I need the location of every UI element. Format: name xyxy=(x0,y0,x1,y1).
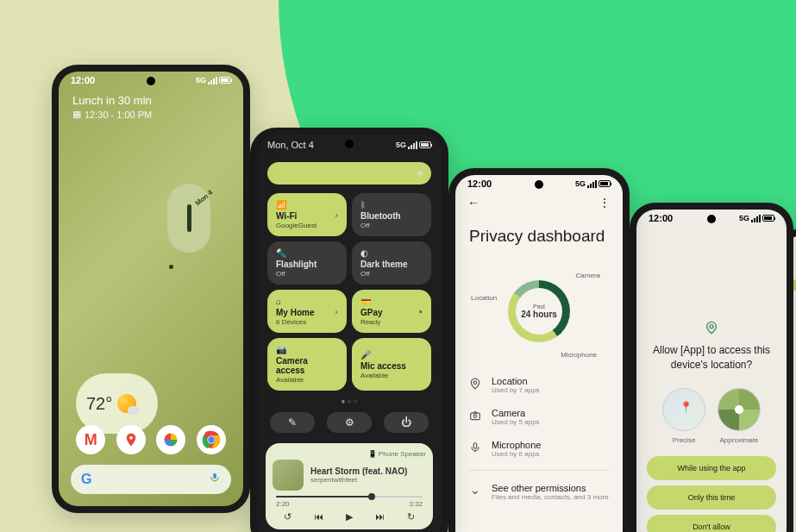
page-title: Privacy dashboard xyxy=(455,215,623,261)
dont-allow-button[interactable]: Don't allow xyxy=(647,515,776,532)
media-player-card[interactable]: 📱 Phone Speaker Heart Storm (feat. NAO) … xyxy=(266,443,433,529)
phone-home-screen: 12:00 5G Lunch in 30 min ▦12:30 - 1:00 P… xyxy=(52,65,250,513)
edit-button[interactable]: ✎ xyxy=(270,412,315,433)
svg-point-0 xyxy=(710,325,713,329)
back-icon[interactable]: ← xyxy=(467,196,479,210)
mic-icon: 🎤 xyxy=(360,350,423,360)
clock: 12:00 xyxy=(71,75,95,85)
tile-darktheme[interactable]: ◐ Dark themeOff xyxy=(352,241,431,285)
phone-permission-dialog: 12:00 5G Allow [App] to access this devi… xyxy=(630,203,793,532)
microphone-icon xyxy=(469,441,481,456)
media-progress[interactable] xyxy=(276,496,423,498)
wifi-icon: 📶 xyxy=(276,200,338,210)
clock-date-widget[interactable]: Mon 4 xyxy=(167,184,210,253)
play-icon[interactable]: ▶ xyxy=(346,511,353,523)
tile-bluetooth[interactable]: ᛒ BluetoothOff xyxy=(352,193,431,236)
gmail-icon[interactable]: M xyxy=(76,425,105,454)
svg-rect-4 xyxy=(473,443,477,448)
card-icon: ▪ xyxy=(419,306,423,316)
calendar-icon: ▦ xyxy=(72,109,81,120)
tile-wifi[interactable]: 📶 Wi-FiGoogleGuest › xyxy=(267,193,347,236)
media-position: 2:20 xyxy=(276,500,290,508)
google-logo: G xyxy=(81,472,91,487)
power-button[interactable]: ⏻ xyxy=(384,412,429,433)
media-duration: 3:32 xyxy=(409,500,423,508)
clock: 12:00 xyxy=(649,213,673,223)
status-icons: 5G xyxy=(396,140,431,150)
status-icons: 5G xyxy=(739,214,774,222)
dialog-title: Allow [App] to access this device's loca… xyxy=(636,338,787,383)
svg-point-3 xyxy=(473,415,477,418)
power-icon: ⏻ xyxy=(401,416,411,429)
svg-rect-9 xyxy=(213,473,216,479)
maps-icon[interactable] xyxy=(116,425,146,454)
photos-icon[interactable] xyxy=(156,425,185,454)
chevron-right-icon: › xyxy=(335,306,338,316)
perm-location[interactable]: LocationUsed by 7 apps xyxy=(469,369,609,401)
expand-icon: ⌄ xyxy=(469,483,481,497)
flashlight-icon: 🔦 xyxy=(276,248,338,258)
song-artist: serpentwithfeet xyxy=(310,476,407,484)
mic-icon[interactable] xyxy=(209,472,221,487)
clock: 12:00 xyxy=(467,178,492,189)
gear-icon: ⚙ xyxy=(345,416,354,429)
forward-icon[interactable]: ↻ xyxy=(407,511,415,523)
more-icon[interactable]: ⋮ xyxy=(599,196,611,210)
tile-mic-access[interactable]: 🎤 Mic accessAvailable xyxy=(352,338,431,391)
calendar-widget[interactable]: Lunch in 30 min ▦12:30 - 1:00 PM xyxy=(59,87,243,127)
replay-icon[interactable]: ↺ xyxy=(284,511,291,523)
settings-button[interactable]: ⚙ xyxy=(327,412,372,433)
tile-camera-access[interactable]: 📷 Camera accessAvailable xyxy=(267,338,347,391)
tile-home[interactable]: ⌂ My Home6 Devices › xyxy=(267,290,347,333)
svg-rect-2 xyxy=(471,413,480,420)
location-pin-icon xyxy=(636,321,787,338)
album-art xyxy=(273,460,304,491)
svg-point-8 xyxy=(208,436,214,442)
see-other-permissions[interactable]: ⌄ See other permissionsFiles and media, … xyxy=(469,476,609,508)
chevron-right-icon: › xyxy=(335,210,338,220)
status-icons: 5G xyxy=(196,76,231,84)
qs-date: Mon, Oct 4 xyxy=(267,140,314,150)
song-title: Heart Storm (feat. NAO) xyxy=(310,466,407,476)
search-bar[interactable]: G xyxy=(71,465,231,494)
home-icon: ⌂ xyxy=(276,297,338,306)
status-icons: 5G xyxy=(575,179,611,188)
prev-icon[interactable]: ⏮ xyxy=(314,511,323,523)
location-icon xyxy=(469,378,481,392)
brightness-slider[interactable] xyxy=(267,162,431,185)
usage-donut: Past24 hours Camera Location Microphone xyxy=(455,261,623,360)
media-output[interactable]: 📱 Phone Speaker xyxy=(368,450,426,458)
next-icon[interactable]: ⏭ xyxy=(375,511,385,523)
weather-icon xyxy=(117,394,136,413)
svg-point-5 xyxy=(129,436,133,440)
event-time: 12:30 - 1:00 PM xyxy=(85,110,152,120)
option-precise[interactable]: Precise xyxy=(662,388,705,444)
tile-gpay[interactable]: 💳 GPayReady ▪ xyxy=(352,290,431,333)
pencil-icon: ✎ xyxy=(288,416,297,429)
camera-icon: 📷 xyxy=(276,345,338,354)
dark-theme-icon: ◐ xyxy=(360,248,423,258)
gpay-icon: 💳 xyxy=(360,297,423,306)
phone-quick-settings: Mon, Oct 4 5G 📶 Wi-FiGoogleGuest › ᛒ Blu… xyxy=(250,128,448,532)
perm-camera[interactable]: CameraUsed by 5 apps xyxy=(469,401,609,433)
bluetooth-icon: ᛒ xyxy=(360,200,423,210)
phone-privacy-dashboard: 12:00 5G ← ⋮ Privacy dashboard Past24 ho… xyxy=(448,168,630,532)
option-approximate[interactable]: Approximate xyxy=(718,388,761,444)
tile-flashlight[interactable]: 🔦 FlashlightOff xyxy=(267,241,347,285)
event-title: Lunch in 30 min xyxy=(72,94,229,107)
only-this-time-button[interactable]: Only this time xyxy=(647,485,776,510)
page-indicator: ● ○ ○ xyxy=(257,391,442,412)
chrome-icon[interactable] xyxy=(197,425,226,454)
svg-point-1 xyxy=(473,381,477,385)
perm-microphone[interactable]: MicrophoneUsed by 6 apps xyxy=(469,433,609,465)
while-using-button[interactable]: While using the app xyxy=(647,456,776,480)
camera-icon xyxy=(469,410,481,424)
